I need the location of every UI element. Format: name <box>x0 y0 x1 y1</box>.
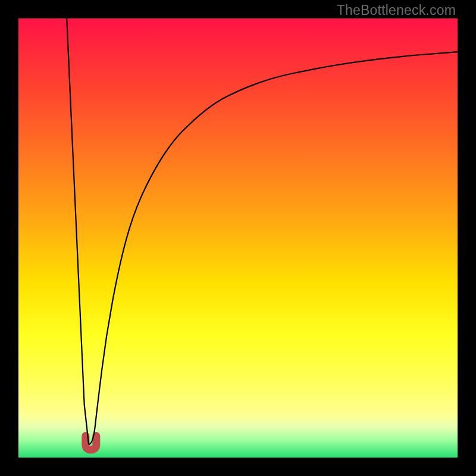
bottleneck-curve-left <box>67 18 89 444</box>
plot-area <box>18 18 458 458</box>
bottleneck-curve-right <box>89 52 458 444</box>
watermark-text: TheBottleneck.com <box>337 2 456 18</box>
chart-container: TheBottleneck.com <box>0 0 476 476</box>
curve-layer <box>18 18 458 458</box>
